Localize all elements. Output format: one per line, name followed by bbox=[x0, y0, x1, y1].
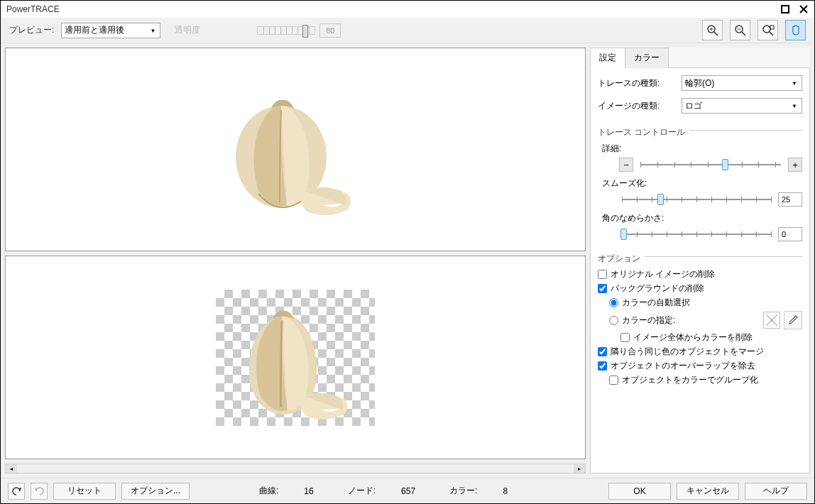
chevron-down-icon: ▼ bbox=[150, 27, 155, 33]
image-type-value: ロゴ bbox=[685, 101, 702, 111]
settings-panel: トレースの種類: 輪郭(O) ▼ イメージの種類: ロゴ ▼ トレース コントロ… bbox=[590, 68, 810, 473]
colors-label: カラー: bbox=[449, 485, 477, 497]
reset-button[interactable]: リセット bbox=[53, 483, 116, 500]
slider-handle[interactable] bbox=[620, 229, 627, 240]
toolbar: プレビュー: 適用前と適用後 ▼ 透明度 80 bbox=[1, 18, 814, 43]
curves-label: 曲線: bbox=[259, 485, 278, 497]
options-header: オプション bbox=[598, 253, 640, 265]
color-swatch[interactable] bbox=[763, 312, 780, 329]
radio[interactable] bbox=[609, 298, 618, 307]
smoothing-value[interactable]: 25 bbox=[778, 192, 802, 207]
scroll-left-button[interactable]: ◂ bbox=[6, 464, 17, 473]
opt-group-by-color-label: オブジェクトをカラーでグループ化 bbox=[622, 374, 758, 386]
trace-type-dropdown[interactable]: 輪郭(O) ▼ bbox=[682, 75, 802, 91]
opt-delete-bg[interactable]: バックグラウンドの削除 bbox=[598, 283, 802, 295]
slider-handle[interactable] bbox=[722, 159, 728, 170]
preview-mode-value: 適用前と適用後 bbox=[65, 24, 124, 36]
checkbox[interactable] bbox=[620, 333, 630, 342]
options-button[interactable]: オプション... bbox=[121, 483, 190, 500]
opt-merge-same[interactable]: 隣り合う同じ色のオブジェクトをマージ bbox=[598, 346, 802, 358]
colors-value: 8 bbox=[503, 486, 508, 496]
curves-value: 16 bbox=[304, 486, 313, 496]
opt-group-by-color[interactable]: オブジェクトをカラーでグループ化 bbox=[609, 374, 802, 386]
corner-slider[interactable] bbox=[622, 234, 771, 235]
transparency-value[interactable]: 80 bbox=[319, 23, 341, 38]
transparency-label: 透明度 bbox=[175, 24, 200, 36]
preview-after[interactable] bbox=[5, 256, 586, 459]
opt-specify-color-label: カラーの指定: bbox=[622, 314, 675, 327]
titlebar: PowerTRACE bbox=[1, 1, 814, 18]
nodes-value: 657 bbox=[401, 486, 415, 496]
close-button[interactable] bbox=[799, 4, 809, 14]
slider-handle[interactable] bbox=[302, 25, 308, 38]
opt-auto-color[interactable]: カラーの自動選択 bbox=[609, 297, 802, 309]
checkbox[interactable] bbox=[609, 376, 618, 385]
opt-remove-overlap-label: オブジェクトのオーバーラップを除去 bbox=[611, 360, 755, 372]
scroll-right-button[interactable]: ▸ bbox=[574, 464, 585, 473]
opt-delete-bg-label: バックグラウンドの削除 bbox=[611, 283, 704, 295]
opt-remove-from-image-label: イメージ全体からカラーを削除 bbox=[633, 332, 753, 344]
tab-settings[interactable]: 設定 bbox=[590, 48, 625, 68]
opt-specify-color[interactable]: カラーの指定: bbox=[609, 311, 802, 329]
checkbox[interactable] bbox=[598, 361, 607, 371]
opt-auto-color-label: カラーの自動選択 bbox=[622, 297, 690, 309]
transparency-slider[interactable] bbox=[257, 26, 315, 35]
detail-label: 詳細: bbox=[602, 143, 802, 155]
horizontal-scrollbar[interactable]: ◂ ▸ bbox=[5, 464, 586, 473]
svg-line-11 bbox=[770, 32, 773, 35]
checkbox[interactable] bbox=[598, 347, 607, 356]
undo-button[interactable] bbox=[8, 483, 25, 500]
image-type-dropdown[interactable]: ロゴ ▼ bbox=[682, 98, 802, 114]
tabs: 設定 カラー bbox=[590, 48, 810, 68]
footer: リセット オプション... 曲線: 16 ノード: 657 カラー: 8 OK … bbox=[1, 478, 814, 503]
zoom-fit-button[interactable] bbox=[757, 20, 778, 40]
smoothing-label: スムーズ化: bbox=[602, 177, 802, 190]
trace-type-value: 輪郭(O) bbox=[685, 78, 714, 88]
detail-slider[interactable] bbox=[640, 164, 781, 165]
tab-color[interactable]: カラー bbox=[625, 48, 669, 68]
chevron-down-icon: ▼ bbox=[792, 103, 797, 109]
ok-button[interactable]: OK bbox=[608, 483, 671, 500]
zoom-out-button[interactable] bbox=[730, 20, 750, 40]
checkbox[interactable] bbox=[598, 270, 607, 279]
svg-line-4 bbox=[714, 32, 718, 35]
svg-rect-0 bbox=[782, 6, 789, 13]
preview-mode-dropdown[interactable]: 適用前と適用後 ▼ bbox=[61, 23, 160, 38]
garlic-image-after bbox=[216, 290, 375, 426]
trace-type-label: トレースの種類: bbox=[598, 77, 676, 89]
svg-rect-12 bbox=[770, 26, 774, 29]
opt-delete-original[interactable]: オリジナル イメージの削除 bbox=[598, 268, 802, 280]
garlic-image-before bbox=[216, 77, 375, 222]
nodes-label: ノード: bbox=[348, 485, 376, 497]
image-type-label: イメージの種類: bbox=[598, 100, 676, 112]
eyedropper-button[interactable] bbox=[784, 311, 802, 329]
corner-label: 角のなめらかさ: bbox=[602, 212, 802, 224]
svg-line-8 bbox=[742, 32, 745, 35]
cancel-button[interactable]: キャンセル bbox=[677, 483, 739, 500]
preview-label: プレビュー: bbox=[9, 24, 54, 36]
help-button[interactable]: ヘルプ bbox=[745, 483, 807, 500]
redo-button[interactable] bbox=[31, 483, 48, 500]
smoothing-slider[interactable] bbox=[622, 199, 771, 200]
detail-minus-button[interactable]: − bbox=[619, 158, 633, 172]
trace-control-header: トレース コントロール bbox=[598, 126, 685, 138]
corner-value[interactable]: 0 bbox=[778, 227, 802, 241]
zoom-in-button[interactable] bbox=[702, 20, 723, 40]
opt-delete-original-label: オリジナル イメージの削除 bbox=[611, 268, 715, 280]
radio[interactable] bbox=[609, 316, 618, 325]
slider-handle[interactable] bbox=[657, 194, 664, 205]
opt-remove-overlap[interactable]: オブジェクトのオーバーラップを除去 bbox=[598, 360, 802, 372]
svg-point-10 bbox=[763, 26, 770, 33]
chevron-down-icon: ▼ bbox=[792, 80, 797, 87]
window-title: PowerTRACE bbox=[6, 4, 780, 14]
opt-merge-same-label: 隣り合う同じ色のオブジェクトをマージ bbox=[611, 346, 764, 358]
detail-plus-button[interactable]: + bbox=[788, 158, 802, 172]
preview-before[interactable] bbox=[5, 48, 586, 251]
maximize-button[interactable] bbox=[780, 4, 790, 14]
checkbox[interactable] bbox=[598, 284, 607, 293]
opt-remove-from-image[interactable]: イメージ全体からカラーを削除 bbox=[620, 332, 802, 344]
pan-button[interactable] bbox=[785, 20, 806, 40]
